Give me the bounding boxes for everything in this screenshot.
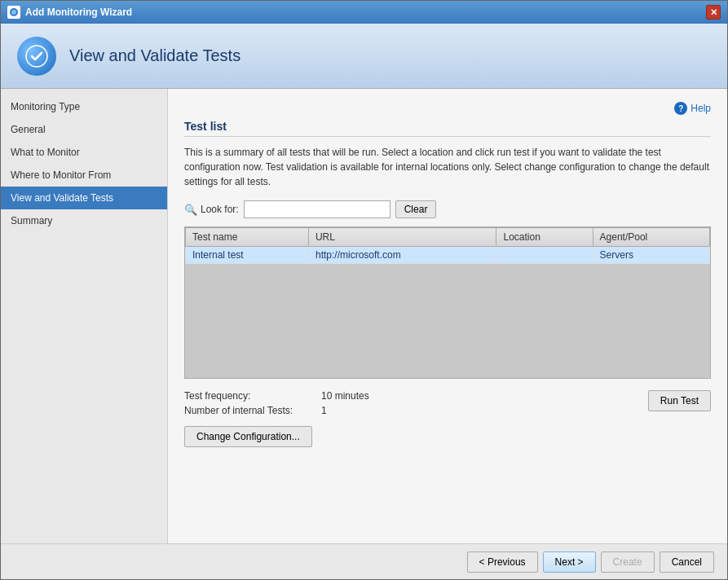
window-title: Add Monitoring Wizard <box>25 7 132 18</box>
create-button[interactable]: Create <box>601 551 655 573</box>
sidebar-item-where-monitor-from[interactable]: Where to Monitor From <box>1 164 167 187</box>
help-label: Help <box>690 103 711 114</box>
next-button[interactable]: Next > <box>543 551 596 573</box>
previous-button[interactable]: < Previous <box>467 551 538 573</box>
stat-frequency: Test frequency: 10 minutes <box>184 390 369 402</box>
sidebar-item-what-to-monitor[interactable]: What to Monitor <box>1 141 167 164</box>
stats-block: Test frequency: 10 minutes Number of int… <box>184 390 369 416</box>
svg-point-2 <box>26 46 47 67</box>
test-table-wrapper: Test name URL Location Agent/Pool Intern… <box>184 226 711 379</box>
cell-location <box>496 247 593 264</box>
col-url: URL <box>308 228 496 247</box>
help-link[interactable]: ? Help <box>674 102 711 115</box>
description-text: This is a summary of all tests that will… <box>184 145 711 189</box>
sidebar-item-view-validate-tests[interactable]: View and Validate Tests <box>1 187 167 209</box>
sidebar-item-monitoring-type[interactable]: Monitoring Type <box>1 95 167 118</box>
help-icon: ? <box>674 102 687 115</box>
footer: < Previous Next > Create Cancel <box>1 543 727 579</box>
clear-button[interactable]: Clear <box>395 200 437 218</box>
change-config-row: Change Configuration... <box>184 426 711 447</box>
stats-row: Test frequency: 10 minutes Number of int… <box>184 390 711 416</box>
stat-frequency-value: 10 minutes <box>321 390 369 402</box>
stat-internal-tests: Number of internal Tests: 1 <box>184 405 369 416</box>
header-panel: View and Validate Tests <box>1 24 727 89</box>
look-for-row: 🔍 Look for: Clear <box>184 200 711 218</box>
col-location: Location <box>496 228 593 247</box>
sidebar-item-summary[interactable]: Summary <box>1 209 167 232</box>
stat-internal-tests-value: 1 <box>321 405 327 416</box>
table-row[interactable]: Internal test http://microsoft.com Serve… <box>186 247 710 264</box>
cell-test-name: Internal test <box>186 247 309 264</box>
sidebar: Monitoring Type General What to Monitor … <box>1 89 168 543</box>
change-configuration-button[interactable]: Change Configuration... <box>184 426 312 447</box>
test-table: Test name URL Location Agent/Pool Intern… <box>185 227 710 264</box>
main-window: Add Monitoring Wizard ✕ View and Validat… <box>0 0 728 580</box>
section-title: Test list <box>184 120 711 137</box>
col-agent-pool: Agent/Pool <box>593 228 709 247</box>
table-header-row: Test name URL Location Agent/Pool <box>186 228 710 247</box>
window-icon <box>7 6 20 19</box>
content-area: ? Help Test list This is a summary of al… <box>168 89 727 543</box>
svg-point-1 <box>11 10 16 15</box>
run-test-button[interactable]: Run Test <box>648 390 711 411</box>
col-test-name: Test name <box>186 228 309 247</box>
look-for-label: 🔍 Look for: <box>184 204 239 216</box>
main-content: Monitoring Type General What to Monitor … <box>1 89 727 543</box>
table-empty-area <box>185 264 710 378</box>
close-button[interactable]: ✕ <box>706 5 721 20</box>
sidebar-item-general[interactable]: General <box>1 118 167 141</box>
stat-internal-tests-label: Number of internal Tests: <box>184 405 315 416</box>
stat-frequency-label: Test frequency: <box>184 390 315 402</box>
cell-url: http://microsoft.com <box>308 247 496 264</box>
header-title: View and Validate Tests <box>69 46 240 65</box>
look-for-input[interactable] <box>244 200 390 218</box>
cancel-button[interactable]: Cancel <box>660 551 714 573</box>
cell-agent-pool: Servers <box>593 247 709 264</box>
help-row: ? Help <box>184 102 711 115</box>
header-icon <box>17 37 56 76</box>
title-bar: Add Monitoring Wizard ✕ <box>1 1 727 24</box>
search-icon: 🔍 <box>184 204 197 216</box>
